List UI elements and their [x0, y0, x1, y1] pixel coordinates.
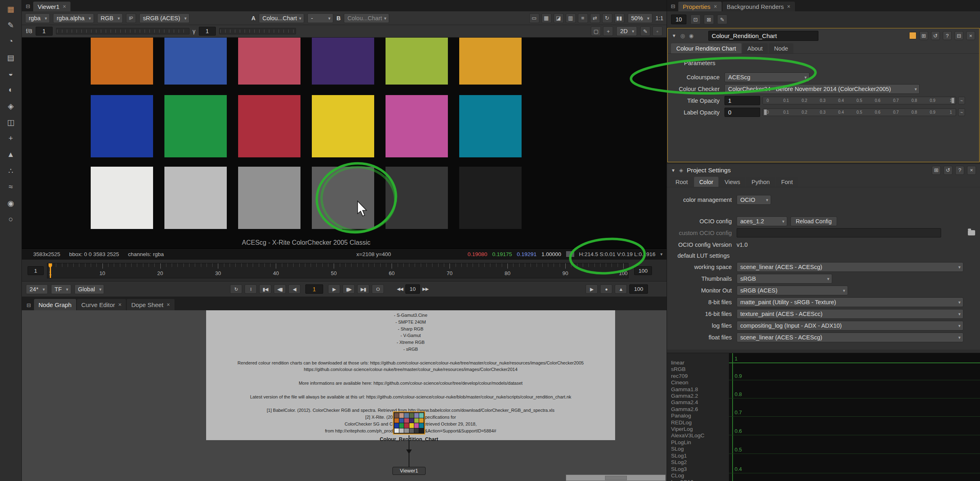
tab-properties[interactable]: Properties× — [678, 2, 722, 11]
pane-menu-icon[interactable]: ⊟ — [669, 2, 677, 11]
play-forward-button[interactable]: ▶ — [328, 284, 340, 294]
tab-viewer1[interactable]: Viewer1 × — [33, 2, 70, 11]
range-end-field[interactable]: 100 — [634, 266, 652, 275]
node-viewer1[interactable]: Viewer1 — [392, 467, 426, 475]
zoom-dropdown[interactable]: 50% — [628, 13, 652, 23]
views-icon[interactable]: ◉ — [0, 195, 21, 211]
edit-icon[interactable]: ✎ — [717, 15, 727, 24]
tab-colour-rendition-chart[interactable]: Colour Rendition Chart — [671, 43, 741, 53]
lut-list-item[interactable]: SLog1 — [671, 453, 728, 459]
guides-icon[interactable]: ≡ — [578, 13, 588, 23]
node-name-field[interactable]: Colour_Rendition_Chart — [708, 31, 818, 41]
label-opacity-slider[interactable]: 00.10.20.30.40.50.60.70.80.91 — [763, 108, 956, 116]
close-button[interactable]: × — [966, 31, 975, 40]
deep-icon[interactable]: ≈ — [0, 179, 21, 195]
views-dropdown[interactable]: TF — [51, 284, 71, 294]
lut-list-item[interactable]: SLog — [671, 446, 728, 452]
loop-mode-button[interactable]: ↻ — [230, 284, 242, 294]
first-frame-button[interactable]: ▮◀ — [259, 284, 271, 294]
wipe-mode-dropdown[interactable]: - — [307, 13, 333, 23]
max-panels-field[interactable]: 10 — [671, 15, 686, 24]
node-link-icon[interactable]: ◉ — [689, 33, 693, 39]
tab-curve-editor[interactable]: Curve Editor× — [77, 299, 126, 310]
close-icon[interactable]: × — [118, 301, 121, 308]
lock-panels-icon[interactable]: ⊡ — [690, 15, 701, 24]
channels-dropdown[interactable]: rgba — [25, 13, 50, 23]
merge-icon[interactable]: ◫ — [0, 114, 21, 130]
lut-list-item[interactable]: sRGB — [671, 366, 728, 373]
3d-icon[interactable]: ▲ — [0, 146, 21, 163]
tab-color[interactable]: Color — [694, 177, 719, 187]
view-mode-dropdown[interactable]: 2D — [616, 26, 637, 36]
tab-python[interactable]: Python — [746, 177, 775, 187]
title-opacity-slider[interactable]: 00.10.20.30.40.50.60.70.80.91 — [763, 97, 956, 104]
close-icon[interactable]: × — [714, 3, 717, 10]
prev-keyframe-button[interactable]: ◀▮ — [274, 284, 286, 294]
display-window-icon[interactable]: ▭ — [529, 13, 539, 23]
filter-icon[interactable]: ◐ — [0, 82, 21, 98]
alpha-channel-dropdown[interactable]: rgba.alpha — [53, 13, 94, 23]
lut-list-item[interactable]: Gamma2.4 — [671, 399, 728, 406]
help-button[interactable]: ? — [955, 166, 964, 175]
mask-overlay-icon[interactable]: ▥ — [566, 13, 576, 23]
handles-icon[interactable]: ◦ — [652, 26, 663, 36]
input-b-dropdown[interactable]: Colou...Chart — [344, 13, 389, 23]
tab-about[interactable]: About — [742, 43, 768, 53]
transform-icon[interactable]: + — [0, 130, 21, 146]
checker-background-icon[interactable]: ▦ — [541, 13, 552, 23]
lut-list-item[interactable]: PLogLin — [671, 439, 728, 446]
selection-mode-icon[interactable]: ▢ — [591, 26, 601, 36]
setting-dropdown-thumbnails[interactable]: sRGB — [737, 274, 832, 284]
node-color-swatch[interactable] — [909, 32, 916, 39]
setting-dropdown-color-management[interactable]: OCIO — [737, 195, 771, 205]
lut-list-item[interactable]: Cineon — [671, 379, 728, 386]
lut-list-item[interactable]: Gamma1.8 — [671, 386, 728, 393]
lut-list-item[interactable]: SLog2 — [671, 459, 728, 466]
lut-list-item[interactable]: CLog — [671, 473, 728, 479]
node-graph-minimap[interactable] — [566, 475, 666, 481]
close-icon[interactable]: × — [63, 3, 66, 10]
slider-handle[interactable] — [764, 109, 767, 115]
float-panel-icon[interactable]: ⊞ — [919, 31, 928, 40]
animation-menu-icon[interactable]: ~ — [958, 97, 965, 104]
pause-icon[interactable]: ▮▮ — [614, 13, 624, 23]
lut-list-item[interactable]: SLog3 — [671, 466, 728, 473]
tab-root[interactable]: Root — [670, 177, 693, 187]
setting-dropdown-16-bit-files[interactable]: texture_paint (ACES - ACEScc) — [737, 309, 963, 319]
timeline-ruler[interactable]: 1102030405060708090100 — [47, 263, 628, 278]
animation-menu-icon[interactable]: ~ — [958, 108, 965, 116]
gain-label[interactable]: f/8 — [26, 28, 32, 34]
status-menu-icon[interactable]: ▾ — [660, 252, 663, 257]
current-frame-field[interactable]: 1 — [305, 284, 323, 294]
close-button[interactable]: × — [967, 166, 976, 175]
gain-slider[interactable] — [56, 28, 190, 34]
tab-font[interactable]: Font — [776, 177, 798, 187]
tab-background-renders[interactable]: Background Renders× — [722, 2, 795, 11]
playhead[interactable] — [49, 263, 52, 278]
play-backward-button[interactable]: ◀ — [288, 284, 300, 294]
next-keyframe-button[interactable]: ▮▶ — [343, 284, 355, 294]
lut-list-item[interactable]: Gamma2.6 — [671, 406, 728, 413]
gamma-field[interactable]: 1 — [199, 27, 216, 36]
refresh-icon[interactable]: ↻ — [602, 13, 612, 23]
particles-icon[interactable]: ∴ — [0, 163, 21, 179]
image-icon[interactable]: ▦ — [0, 1, 21, 17]
in-point-button[interactable]: I — [245, 284, 257, 294]
sync-icon[interactable]: ⇄ — [590, 13, 600, 23]
skip-forward-button[interactable]: ▶▶ — [422, 286, 428, 292]
colour-checker-dropdown[interactable]: ColorChecker24 - Before November 2014 (C… — [724, 84, 920, 94]
lut-list-item[interactable]: AlexaV3LogC — [671, 432, 728, 439]
close-icon[interactable]: × — [167, 301, 170, 308]
tab-dope-sheet[interactable]: Dope Sheet× — [127, 299, 174, 310]
color-icon[interactable]: ◒ — [0, 66, 21, 82]
wipe-icon[interactable]: ◪ — [554, 13, 564, 23]
collapse-arrow[interactable]: ▼ — [672, 33, 676, 38]
pixel-probe-icon[interactable]: + — [603, 26, 613, 36]
setting-dropdown-monitor-out[interactable]: sRGB (ACES) — [737, 286, 848, 295]
keyer-icon[interactable]: ◈ — [0, 98, 21, 114]
viewer-colorspace-dropdown[interactable]: sRGB (ACES) — [139, 13, 190, 23]
display-channels-dropdown[interactable]: RGB — [97, 13, 123, 23]
pane-menu-icon[interactable]: ⊟ — [24, 301, 33, 309]
node-colour-rendition-chart[interactable] — [393, 411, 425, 434]
lut-list-item[interactable]: rec709 — [671, 373, 728, 379]
